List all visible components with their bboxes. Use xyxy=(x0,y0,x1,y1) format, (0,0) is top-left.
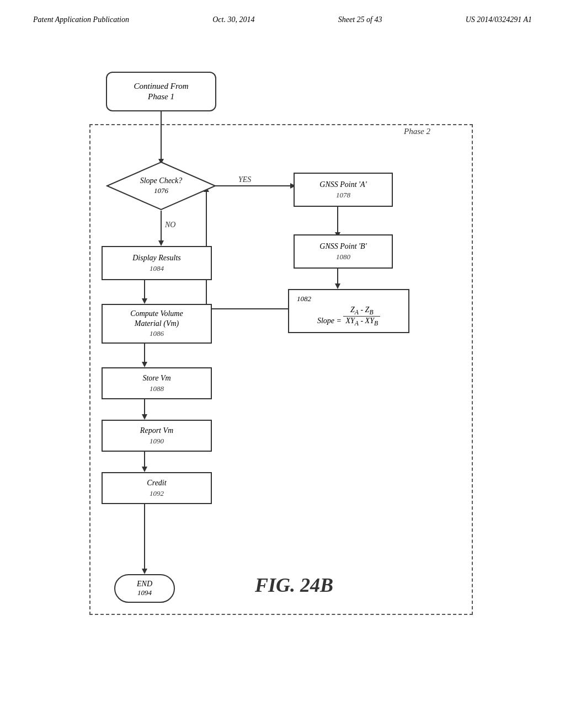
display-results-box: Display Results 1084 xyxy=(102,246,212,280)
start-line2: Phase 1 xyxy=(148,92,174,103)
end-number: 1094 xyxy=(137,588,152,597)
gnss-b-label: GNSS Point 'B' xyxy=(319,241,366,252)
slope-eq-box: 1082 Slope = ZA - ZB XYA - XYB xyxy=(288,289,409,333)
slope-check-number: 1076 xyxy=(154,186,168,196)
report-vm-label: Report Vm xyxy=(140,425,173,436)
compute-volume-number: 1086 xyxy=(150,329,164,339)
header-sheet: Sheet 25 of 43 xyxy=(338,15,382,24)
page-header: Patent Application Publication Oct. 30, … xyxy=(0,0,565,24)
header-patent: US 2014/0324291 A1 xyxy=(466,15,532,24)
gnss-a-label: GNSS Point 'A' xyxy=(319,179,366,190)
store-vm-label: Store Vm xyxy=(142,373,170,384)
credit-label: Credit xyxy=(147,478,166,489)
end-oval: END 1094 xyxy=(114,574,175,603)
gnss-a-box: GNSS Point 'A' 1078 xyxy=(294,173,393,207)
slope-check-diamond: Slope Check? 1076 xyxy=(106,161,216,211)
start-line1: Continued From xyxy=(134,81,188,92)
slope-eq-formula: Slope = ZA - ZB XYA - XYB xyxy=(297,306,401,327)
slope-eq-number: 1082 xyxy=(297,295,311,303)
compute-volume-box: Compute VolumeMaterial (Vm) 1086 xyxy=(102,304,212,344)
credit-box: Credit 1092 xyxy=(102,472,212,504)
compute-volume-label: Compute VolumeMaterial (Vm) xyxy=(130,309,183,329)
header-left: Patent Application Publication xyxy=(33,15,129,24)
report-vm-number: 1090 xyxy=(150,436,164,446)
report-vm-box: Report Vm 1090 xyxy=(102,420,212,452)
gnss-b-number: 1080 xyxy=(336,252,350,262)
credit-number: 1092 xyxy=(150,489,164,499)
phase2-label: Phase 2 xyxy=(404,127,430,136)
fig-label: FIG. 24B xyxy=(255,574,333,597)
gnss-a-number: 1078 xyxy=(336,190,350,200)
start-box: Continued From Phase 1 xyxy=(106,72,216,111)
end-label: END xyxy=(137,580,152,588)
header-date: Oct. 30, 2014 xyxy=(212,15,254,24)
store-vm-number: 1088 xyxy=(150,384,164,394)
display-results-label: Display Results xyxy=(132,253,181,264)
gnss-b-box: GNSS Point 'B' 1080 xyxy=(294,234,393,269)
display-results-number: 1084 xyxy=(150,264,164,274)
slope-check-label: Slope Check? xyxy=(140,176,183,186)
store-vm-box: Store Vm 1088 xyxy=(102,367,212,399)
